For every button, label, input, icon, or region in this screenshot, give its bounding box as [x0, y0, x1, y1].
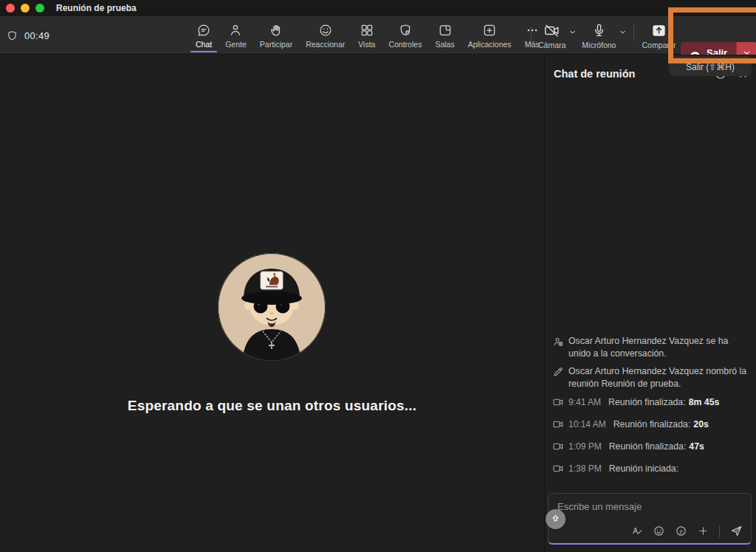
microphone-icon — [591, 22, 608, 39]
send-message-icon[interactable] — [729, 524, 743, 538]
share-tray-icon — [650, 22, 667, 39]
chat-event-meeting: 9:41 AM Reunión finalizada:8m 45s — [552, 396, 749, 408]
event-duration: 47s — [689, 441, 704, 452]
meeting-toolbar: 00:49 Chat Gente Participar Reaccionar V… — [0, 16, 756, 55]
chat-event-text: Oscar Arturo Hernandez Vazquez nombró la… — [568, 365, 749, 390]
smiley-icon — [318, 23, 333, 38]
event-text: Reunión finalizada:20s — [614, 419, 709, 429]
tab-label: Controles — [388, 40, 422, 49]
chat-events: Oscar Arturo Hernandez Vazquez se ha uni… — [552, 335, 749, 484]
compose-toolbar: p — [630, 524, 743, 538]
video-camera-icon — [552, 440, 564, 452]
camera-off-icon — [543, 22, 560, 39]
pencil-icon — [552, 365, 564, 378]
camera-chevron-button[interactable] — [568, 28, 577, 36]
close-window-button[interactable] — [6, 4, 15, 13]
video-camera-icon — [552, 418, 564, 430]
microphone-button[interactable]: Micrófono — [580, 16, 618, 55]
device-label: Compartir — [642, 41, 676, 49]
device-controls: Cámara Micrófono Compartir — [536, 16, 678, 55]
tab-gente[interactable]: Gente — [219, 16, 253, 55]
meeting-timer-group: 00:49 — [6, 16, 49, 55]
tab-aplicaciones[interactable]: Aplicaciones — [461, 16, 518, 55]
meeting-timer: 00:49 — [24, 30, 49, 41]
shield-gear-icon — [398, 23, 413, 38]
chat-bubble-icon — [196, 23, 211, 38]
event-text: Reunión iniciada: — [609, 463, 681, 474]
avatar — [217, 252, 326, 362]
add-app-icon — [482, 23, 497, 38]
message-compose-box: Escribe un mensaje p — [548, 493, 752, 545]
event-duration: 20s — [693, 419, 709, 429]
chat-panel: Chat de reunión Oscar Arturo Hernandez V… — [545, 55, 756, 552]
tab-label: Salas — [435, 40, 454, 49]
teams-meeting-window: Reunión de prueba 00:49 Chat Gente Parti… — [0, 0, 756, 552]
tab-reaccionar[interactable]: Reaccionar — [299, 16, 351, 55]
video-camera-icon — [552, 396, 564, 408]
giphy-icon[interactable]: p — [675, 525, 687, 537]
tab-salas[interactable]: Salas — [428, 16, 461, 55]
window-title: Reunión de prueba — [56, 3, 137, 13]
chat-event-meeting: 10:14 AM Reunión finalizada:20s — [552, 418, 749, 430]
format-text-icon[interactable] — [630, 525, 643, 537]
event-time: 1:09 PM — [568, 441, 602, 452]
message-input[interactable]: Escribe un mensaje — [557, 501, 642, 512]
tab-participar[interactable]: Participar — [253, 16, 299, 55]
shift-key-cursor-badge — [546, 509, 566, 529]
tab-chat[interactable]: Chat — [189, 16, 219, 55]
device-label: Cámara — [538, 41, 566, 49]
titlebar: Reunión de prueba — [0, 0, 756, 16]
tab-label: Aplicaciones — [468, 40, 512, 49]
tab-controles[interactable]: Controles — [382, 16, 428, 55]
device-label: Micrófono — [582, 41, 616, 49]
person-add-icon — [552, 335, 564, 348]
person-icon — [228, 23, 243, 38]
chat-event-meeting: 1:38 PM Reunión iniciada: — [552, 462, 749, 475]
chat-event-meeting: 1:09 PM Reunión finalizada:47s — [552, 440, 749, 452]
event-duration: 8m 45s — [689, 397, 720, 407]
tab-label: Gente — [225, 40, 247, 49]
minimize-window-button[interactable] — [21, 4, 30, 13]
event-text: Reunión finalizada:47s — [609, 441, 704, 452]
event-time: 10:14 AM — [568, 419, 606, 429]
waiting-text: Esperando a que se unan otros usuarios..… — [0, 398, 544, 414]
meeting-stage: Esperando a que se unan otros usuarios..… — [0, 55, 544, 552]
camera-button[interactable]: Cámara — [536, 16, 568, 55]
microphone-chevron-button[interactable] — [619, 28, 627, 36]
toolbar-tabs: Chat Gente Participar Reaccionar Vista C… — [189, 16, 546, 55]
svg-text:p: p — [680, 528, 683, 534]
tab-label: Vista — [358, 40, 375, 49]
share-button[interactable]: Compartir — [639, 16, 678, 55]
event-time: 9:41 AM — [568, 397, 601, 407]
leave-tooltip: Salir (⇧⌘H) — [669, 56, 752, 76]
maximize-window-button[interactable] — [35, 4, 44, 13]
tab-label: Participar — [260, 40, 292, 49]
attach-plus-icon[interactable] — [697, 525, 709, 537]
raised-hand-icon — [269, 23, 284, 38]
shield-icon — [6, 30, 18, 42]
tab-vista[interactable]: Vista — [351, 16, 382, 55]
event-text: Reunión finalizada:8m 45s — [608, 397, 719, 407]
chat-event-text: Oscar Arturo Hernandez Vazquez se ha uni… — [568, 335, 749, 360]
event-time: 1:38 PM — [568, 463, 602, 474]
compose-divider — [719, 525, 720, 537]
breakout-rooms-icon — [438, 23, 453, 38]
tab-label: Chat — [196, 40, 212, 49]
grid-view-icon — [360, 23, 374, 38]
emoji-icon[interactable] — [653, 525, 665, 537]
chat-event-renamed: Oscar Arturo Hernandez Vazquez nombró la… — [552, 365, 749, 390]
tab-label: Reaccionar — [306, 40, 345, 49]
toolbar-divider — [531, 27, 532, 46]
toolbar-divider — [633, 24, 634, 41]
video-camera-icon — [552, 462, 564, 475]
chat-event-joined: Oscar Arturo Hernandez Vazquez se ha uni… — [552, 335, 749, 360]
